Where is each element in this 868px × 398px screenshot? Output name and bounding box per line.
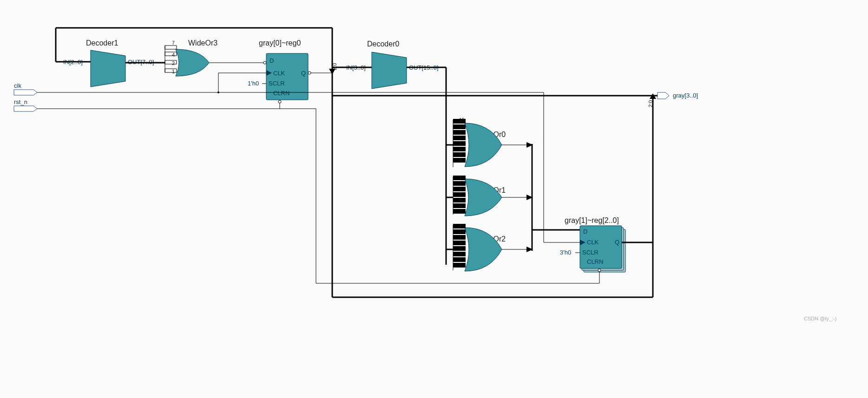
decoder0-block: Decoder0 IN[3..0] OUT[15..0] <box>332 40 446 265</box>
svg-point-22 <box>263 61 266 64</box>
svg-text:5: 5 <box>459 202 462 208</box>
svg-text:4: 4 <box>172 52 175 58</box>
wideor3-inputs: 7 4 2 1 <box>165 40 177 74</box>
svg-text:2: 2 <box>459 208 462 214</box>
reg0-title: gray[0]~reg0 <box>259 39 301 47</box>
wideor0-block: WideOr0 15 14 13 12 11 10 9 4 <box>446 117 533 167</box>
svg-text:13: 13 <box>459 180 465 186</box>
svg-text:15: 15 <box>459 175 465 180</box>
wideor2-block: WideOr2 15 14 13 10 6 3 2 1 <box>446 223 533 271</box>
svg-text:Q: Q <box>301 70 306 77</box>
svg-text:6: 6 <box>459 245 462 251</box>
svg-marker-18 <box>165 69 177 72</box>
svg-text:CLK: CLK <box>587 239 599 246</box>
svg-text:2: 2 <box>172 60 175 66</box>
svg-text:D: D <box>270 57 274 64</box>
svg-text:13: 13 <box>459 234 465 240</box>
schematic-canvas: clk rst_n Decoder1 IN[2..0] OUT[7..0] Wi… <box>0 0 868 398</box>
port-gray-out[interactable]: 2:0 gray[3..0] <box>332 92 698 107</box>
svg-point-33 <box>308 72 311 74</box>
svg-text:3: 3 <box>459 251 462 256</box>
svg-marker-16 <box>165 60 177 64</box>
port-gray-out-label: gray[3..0] <box>673 92 698 99</box>
svg-marker-128 <box>658 92 669 99</box>
bus-ripper-top: 2:0 <box>329 28 337 297</box>
svg-marker-3 <box>14 106 37 111</box>
reg2-title: gray[1]~reg[2..0] <box>565 216 619 224</box>
svg-text:10: 10 <box>459 240 465 245</box>
svg-text:2: 2 <box>459 256 462 262</box>
svg-text:CLRN: CLRN <box>273 90 289 97</box>
port-clk-label: clk <box>14 82 21 89</box>
wideor3-title: WideOr3 <box>188 39 217 47</box>
svg-text:15: 15 <box>459 117 465 123</box>
svg-text:12: 12 <box>459 135 465 140</box>
decoder1-title: Decoder1 <box>86 39 118 47</box>
reg0-block: gray[0]~reg0 D CLK SCLR CLRN Q 1'h0 <box>218 39 332 100</box>
port-rst-n-label: rst_n <box>14 98 27 105</box>
svg-text:1: 1 <box>459 262 462 268</box>
svg-marker-12 <box>165 46 177 49</box>
svg-marker-38 <box>372 52 407 89</box>
reg0-sclr-const: 1'h0 <box>248 80 259 87</box>
svg-text:Q: Q <box>615 239 619 246</box>
svg-marker-14 <box>165 52 177 56</box>
svg-point-6 <box>278 100 281 103</box>
svg-text:1: 1 <box>172 69 175 74</box>
svg-text:SCLR: SCLR <box>582 249 598 256</box>
svg-text:10: 10 <box>459 146 465 151</box>
svg-text:4: 4 <box>459 157 462 163</box>
wideor3-block: WideOr3 7 4 2 1 <box>125 39 266 76</box>
port-rst-n[interactable]: rst_n <box>14 98 281 111</box>
svg-marker-37 <box>329 69 335 74</box>
watermark-text: CSDN @ty_:-) <box>804 316 836 321</box>
reg2-block: gray[1]~reg[2..0] D CLK SCLR CLRN Q 3'h0 <box>560 216 625 272</box>
port-clk[interactable]: clk <box>14 82 219 95</box>
svg-marker-0 <box>14 90 37 95</box>
decoder0-title: Decoder0 <box>367 40 399 48</box>
svg-text:14: 14 <box>459 124 465 129</box>
svg-text:15: 15 <box>459 223 465 228</box>
svg-marker-7 <box>91 50 125 87</box>
svg-text:14: 14 <box>459 228 465 234</box>
svg-text:CLK: CLK <box>273 70 285 77</box>
svg-text:9: 9 <box>459 151 462 157</box>
svg-text:7: 7 <box>459 191 462 197</box>
svg-text:12: 12 <box>459 186 465 191</box>
reg2-sclr-const: 3'h0 <box>560 249 571 256</box>
svg-text:6: 6 <box>459 197 462 202</box>
svg-text:2:0: 2:0 <box>648 100 653 107</box>
svg-text:11: 11 <box>459 140 465 146</box>
svg-point-115 <box>598 269 601 272</box>
svg-text:SCLR: SCLR <box>269 80 285 87</box>
svg-text:7: 7 <box>172 40 175 46</box>
svg-text:CLRN: CLRN <box>587 258 603 265</box>
wideor1-block: WideOr1 15 13 12 7 6 5 2 <box>446 175 533 216</box>
svg-text:13: 13 <box>459 129 465 135</box>
svg-text:D: D <box>583 228 587 235</box>
